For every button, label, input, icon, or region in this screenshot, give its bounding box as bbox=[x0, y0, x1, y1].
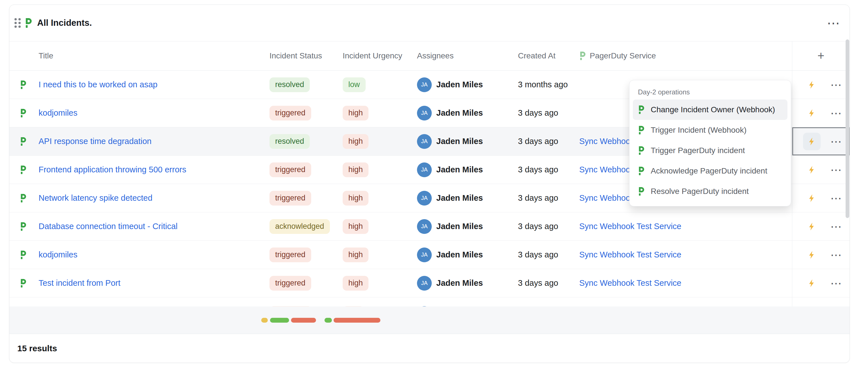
created-at: 3 days ago bbox=[518, 156, 579, 184]
table-row[interactable]: kodjomiles triggered high JAJaden Miles … bbox=[9, 241, 849, 269]
created-at: 3 days ago bbox=[518, 99, 579, 127]
table-row[interactable]: Test incident from Port triggered high J… bbox=[9, 269, 849, 297]
vertical-scrollbar-thumb[interactable] bbox=[845, 39, 849, 218]
actions-bolt-button[interactable] bbox=[803, 274, 820, 292]
row-menu-button[interactable]: ⋯ bbox=[830, 136, 842, 147]
menu-item[interactable]: Trigger Incident (Webhook) bbox=[633, 120, 787, 140]
service-link[interactable]: Sync Webhook Test Service bbox=[579, 222, 681, 231]
status-badge: triggered bbox=[270, 163, 311, 177]
table-row[interactable]: Database connection timeout - Critical a… bbox=[9, 212, 849, 241]
created-at: 3 days ago bbox=[518, 212, 579, 240]
actions-bolt-button[interactable] bbox=[803, 76, 820, 94]
column-header-urgency[interactable]: Incident Urgency bbox=[343, 41, 417, 70]
results-count: 15 results bbox=[17, 344, 57, 353]
assignee-avatar: JA bbox=[417, 77, 432, 92]
row-menu-button[interactable]: ⋯ bbox=[830, 107, 842, 119]
menu-item[interactable]: Trigger PagerDuty incident bbox=[633, 140, 787, 161]
column-header-created[interactable]: Created At bbox=[518, 41, 579, 70]
pagerduty-service-column-icon bbox=[579, 52, 586, 60]
incident-title-link[interactable]: API response time degradation bbox=[38, 137, 152, 146]
widget-title: All Incidents. bbox=[37, 18, 92, 28]
assignee-name: Jaden Miles bbox=[436, 250, 483, 259]
incident-title-link[interactable]: Network latency spike detected bbox=[38, 193, 152, 203]
assignee-avatar: JA bbox=[417, 106, 432, 121]
urgency-badge: low bbox=[343, 77, 366, 92]
pagerduty-row-icon bbox=[20, 80, 26, 89]
pagerduty-logo-icon bbox=[25, 18, 32, 28]
actions-bolt-button[interactable] bbox=[803, 161, 820, 179]
created-at: 3 days ago bbox=[518, 127, 579, 155]
menu-item[interactable]: Change Incident Owner (Webhook) bbox=[633, 100, 787, 120]
service-link[interactable]: Sync Webhook Test Service bbox=[579, 278, 681, 288]
actions-bolt-button[interactable] bbox=[803, 104, 820, 122]
menu-item[interactable]: Resolve PagerDuty incident bbox=[633, 181, 787, 202]
menu-section-label: Day-2 operations bbox=[633, 84, 787, 100]
column-header-assignees[interactable]: Assignees bbox=[417, 41, 518, 70]
bolt-icon bbox=[808, 165, 816, 175]
assignee-avatar: JA bbox=[417, 247, 432, 262]
urgency-badge: high bbox=[343, 163, 369, 177]
incident-title-link[interactable]: Frontend application throwing 500 errors bbox=[38, 165, 186, 174]
pagerduty-icon bbox=[20, 250, 26, 259]
summary-strip bbox=[9, 306, 849, 334]
status-badge: acknowledged bbox=[270, 219, 330, 234]
column-header-service[interactable]: PagerDuty Service bbox=[579, 41, 792, 70]
urgency-badge: high bbox=[343, 276, 369, 291]
pagerduty-icon bbox=[638, 105, 645, 114]
incident-title-link[interactable]: Test incident from Port bbox=[38, 278, 121, 288]
pagerduty-row-icon bbox=[20, 279, 26, 288]
assignee-avatar bbox=[417, 306, 432, 306]
status-badge: triggered bbox=[270, 106, 311, 121]
service-link[interactable]: Sync Webhook Test Service bbox=[579, 250, 681, 259]
assignee-name: Jaden Miles bbox=[436, 222, 483, 231]
pagerduty-icon bbox=[638, 167, 645, 175]
actions-cell-focused: ⋯ bbox=[792, 127, 849, 155]
row-menu-button[interactable]: ⋯ bbox=[830, 79, 842, 91]
pagerduty-icon bbox=[20, 194, 26, 202]
widget-footer: 15 results bbox=[9, 334, 849, 363]
row-menu-button[interactable]: ⋯ bbox=[830, 164, 842, 175]
row-menu-button[interactable]: ⋯ bbox=[830, 193, 842, 204]
pagerduty-icon bbox=[20, 166, 26, 174]
column-header-title[interactable]: Title bbox=[37, 41, 270, 70]
incident-title-link[interactable]: I need this to be worked on asap bbox=[38, 80, 157, 89]
incident-title-link[interactable]: kodjomiles bbox=[38, 250, 78, 259]
row-menu-button[interactable]: ⋯ bbox=[830, 249, 842, 261]
all-incidents-widget: All Incidents. ⋯ Title Incident Status I… bbox=[9, 4, 850, 363]
summary-pill bbox=[270, 318, 289, 323]
pagerduty-icon bbox=[638, 146, 645, 155]
pagerduty-row-icon bbox=[20, 166, 26, 174]
menu-item[interactable]: Acknowledge PagerDuty incident bbox=[633, 161, 787, 181]
actions-bolt-button[interactable] bbox=[803, 189, 820, 207]
status-badge: triggered bbox=[270, 276, 311, 291]
pagerduty-icon bbox=[638, 167, 645, 175]
row-menu-button[interactable]: ⋯ bbox=[830, 277, 842, 289]
urgency-badge: high bbox=[343, 106, 369, 121]
urgency-badge: high bbox=[343, 191, 369, 205]
column-header-status[interactable]: Incident Status bbox=[270, 41, 343, 70]
assignee-name: Jaden Miles bbox=[436, 80, 483, 89]
actions-bolt-button[interactable] bbox=[803, 246, 820, 264]
drag-handle-icon[interactable] bbox=[14, 18, 21, 28]
assignee-avatar: JA bbox=[417, 219, 432, 234]
actions-bolt-button[interactable] bbox=[803, 218, 820, 235]
pagerduty-icon bbox=[638, 105, 645, 114]
status-badge: triggered bbox=[270, 247, 311, 262]
assignee-name: Jaden Miles bbox=[436, 165, 483, 174]
widget-menu-button[interactable]: ⋯ bbox=[827, 16, 840, 30]
incident-title-link[interactable]: kodjomiles bbox=[38, 108, 78, 118]
pagerduty-row-icon bbox=[20, 250, 26, 259]
incident-title-link[interactable]: Database connection timeout - Critical bbox=[38, 222, 178, 231]
add-column-button[interactable]: + bbox=[792, 41, 849, 70]
row-menu-button[interactable]: ⋯ bbox=[830, 221, 842, 232]
assignee-avatar: JA bbox=[417, 163, 432, 177]
bolt-icon bbox=[808, 250, 816, 260]
summary-pill bbox=[261, 318, 268, 323]
summary-pill bbox=[291, 318, 316, 323]
actions-bolt-button[interactable] bbox=[803, 133, 820, 150]
pagerduty-row-icon bbox=[20, 222, 26, 231]
bolt-icon bbox=[808, 80, 816, 90]
created-at: 3 months ago bbox=[518, 71, 579, 99]
pagerduty-icon bbox=[20, 109, 26, 118]
bolt-icon bbox=[808, 137, 816, 146]
